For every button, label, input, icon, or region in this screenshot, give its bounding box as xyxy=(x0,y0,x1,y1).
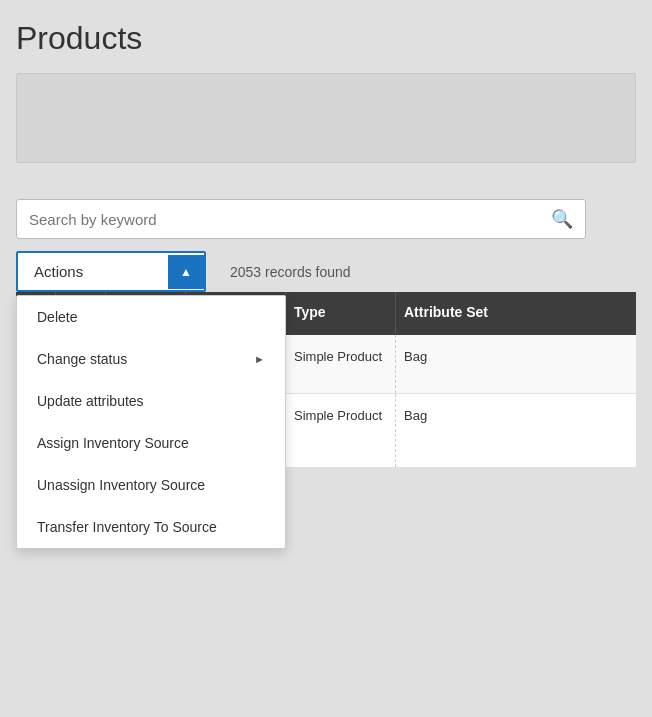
td-attribute-set-2: Bag xyxy=(396,394,636,467)
dropdown-item-assign-inventory-label: Assign Inventory Source xyxy=(37,435,189,451)
dropdown-item-transfer-inventory-label: Transfer Inventory To Source xyxy=(37,519,217,535)
dropdown-item-change-status-label: Change status xyxy=(37,351,127,367)
toolbar-row: Actions ▲ 2053 records found Delete Chan… xyxy=(16,251,636,292)
page-container: Products 🔍 Actions ▲ 2053 records found … xyxy=(0,0,652,717)
td-type-2: Simple Product xyxy=(286,394,396,467)
dropdown-menu: Delete Change status ► Update attributes… xyxy=(16,295,286,549)
td-type-1: Simple Product xyxy=(286,335,396,393)
search-bar-container: 🔍 xyxy=(16,199,636,239)
records-count: 2053 records found xyxy=(230,264,351,280)
top-banner xyxy=(16,73,636,163)
td-attribute-set-1: Bag xyxy=(396,335,636,393)
search-input[interactable] xyxy=(29,211,551,228)
search-button[interactable]: 🔍 xyxy=(551,208,573,230)
dropdown-item-unassign-inventory-label: Unassign Inventory Source xyxy=(37,477,205,493)
dropdown-item-delete[interactable]: Delete xyxy=(17,296,285,338)
actions-dropdown[interactable]: Actions ▲ xyxy=(16,251,206,292)
dropdown-item-update-attributes[interactable]: Update attributes xyxy=(17,380,285,422)
th-type: Type xyxy=(286,292,396,335)
chevron-right-icon: ► xyxy=(254,353,265,365)
dropdown-item-change-status[interactable]: Change status ► xyxy=(17,338,285,380)
spacer xyxy=(16,179,636,199)
dropdown-item-unassign-inventory[interactable]: Unassign Inventory Source xyxy=(17,464,285,506)
dropdown-item-transfer-inventory[interactable]: Transfer Inventory To Source xyxy=(17,506,285,548)
actions-arrow-icon: ▲ xyxy=(168,255,204,289)
search-bar: 🔍 xyxy=(16,199,586,239)
page-title: Products xyxy=(16,20,636,57)
search-icon: 🔍 xyxy=(551,209,573,229)
th-attribute-set: Attribute Set xyxy=(396,292,636,335)
actions-label: Actions xyxy=(18,253,168,290)
dropdown-item-delete-label: Delete xyxy=(37,309,77,325)
dropdown-item-assign-inventory[interactable]: Assign Inventory Source xyxy=(17,422,285,464)
dropdown-item-update-attributes-label: Update attributes xyxy=(37,393,144,409)
